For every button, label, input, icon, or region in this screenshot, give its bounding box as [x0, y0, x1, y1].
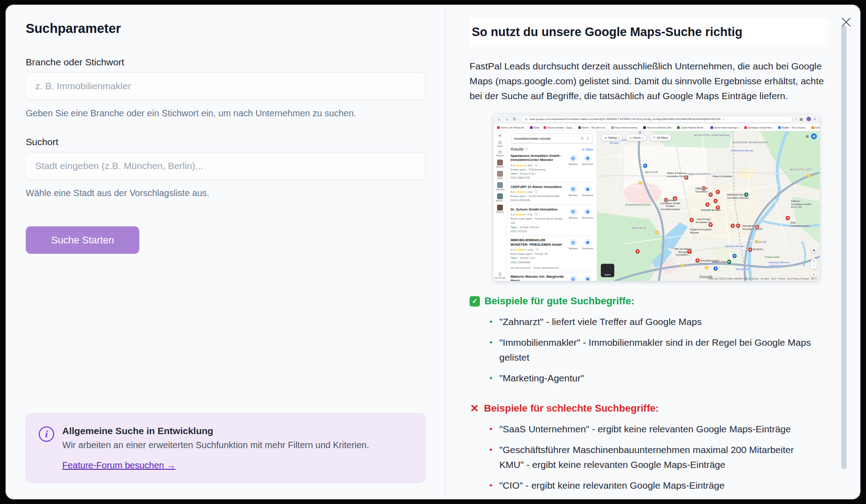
- map-canvas: MÜNSTER-UPPENBERG MÜNSTER-RUMPHORST KREU…: [597, 131, 820, 281]
- results-header: Resultsⓘ Share: [511, 147, 593, 151]
- directions-action: Directions: [582, 155, 593, 165]
- map-attribution: Map data ©2025 GeoBasis-DE/BKG (©2009), …: [709, 278, 817, 280]
- directions-icon: [585, 210, 590, 214]
- bad-examples-heading: ✕ Beispiele für schlechte Suchbegriffe:: [470, 403, 828, 414]
- globe-icon: [571, 187, 575, 191]
- map-pin: [709, 192, 713, 197]
- list-item: "Zahnarzt" - liefert viele Treffer auf G…: [489, 314, 819, 329]
- good-examples-heading: ✓ Beispiele für gute Suchbegriffe:: [470, 295, 828, 307]
- menu-icon: ≡: [499, 133, 502, 138]
- map-label: Zentralfriedhof Münster: [625, 203, 652, 206]
- search-icon: [580, 137, 584, 140]
- list-item: "Marketing-Agentur": [489, 371, 819, 385]
- account-avatar: M: [811, 133, 817, 139]
- keyword-help-text: Geben Sie eine Branche oder ein Stichwor…: [26, 108, 425, 119]
- map-pin: [748, 247, 752, 252]
- hours-filter-chip: ◷Hours: [626, 134, 647, 141]
- bookmark-item: Notion - The all-in-on...: [578, 126, 607, 129]
- close-button[interactable]: [839, 16, 853, 29]
- map-label: MÜNSTER-UPPENBERG: [694, 134, 730, 137]
- browser-toolbar: ← → ↻ www.google.com/maps/search/immobil…: [493, 114, 820, 124]
- map-label: Friedenspark: [765, 256, 783, 259]
- scrollbar-thumb[interactable]: [841, 25, 847, 469]
- maps-rail: ≡ Saved Recents Münster Mainz Indonesia …: [493, 131, 507, 281]
- map-label: Josef Krüger Immobilien eK: [695, 218, 713, 224]
- close-icon: [840, 16, 852, 28]
- search-dialog: Suchparameter Branche oder Stichwort Geb…: [5, 5, 861, 499]
- clock-icon: [498, 150, 502, 154]
- share-icon: [581, 148, 585, 151]
- map-label: Marktkauf Münster-Loddenheide: [769, 261, 792, 267]
- all-filters-chip: ☰All filters: [650, 134, 672, 141]
- map-pin: [696, 258, 700, 262]
- list-item: "SaaS Unternehmen" - ergibt keine releva…: [489, 422, 819, 436]
- result-card: Sparkassen Immobilien GmbH - ImmobilienC…: [511, 151, 593, 182]
- rail-place: Mainz: [497, 171, 503, 179]
- map-pin: [705, 202, 709, 206]
- website-action: Website: [569, 208, 578, 219]
- map-pin-blue: [643, 164, 647, 168]
- maps-results-sidebar: immobilienmakler münster Resultsⓘ Share: [507, 131, 597, 281]
- directions-icon: [585, 187, 590, 192]
- rail-place: Indonesia: [496, 182, 505, 191]
- maps-screenshot: ← → ↻ www.google.com/maps/search/immobil…: [493, 114, 820, 281]
- map-label: DAHLER Münster: [701, 209, 723, 212]
- info-icon: i: [39, 426, 54, 442]
- map-label: KREUZVIERTEL: [687, 173, 711, 176]
- location-input[interactable]: [26, 152, 425, 180]
- bookmark-star-icon: ☆: [723, 118, 725, 121]
- rail-place: Marburg: [496, 205, 504, 213]
- phone-icon: [498, 272, 502, 276]
- bookmark-item: Scheduling Software L...: [811, 126, 820, 129]
- directions-action: Directions: [582, 239, 593, 250]
- location-label: Suchort: [26, 137, 425, 147]
- bookmark-item: Leads Alaia & Moritz ...: [677, 126, 706, 129]
- map-label: Skaters Palace: [712, 261, 730, 264]
- clear-search-icon: [586, 137, 590, 140]
- start-search-button[interactable]: Suche Starten: [26, 226, 139, 254]
- directions-action: Directions: [582, 208, 593, 219]
- map-label: MAURITZ-OST: [790, 168, 812, 171]
- cross-icon: ✕: [470, 403, 479, 413]
- maps-search-query: immobilienmakler münster: [514, 137, 579, 140]
- globe-icon: [571, 277, 575, 281]
- map-label: AISA Immobilienmakler...: [790, 221, 813, 227]
- map-label: Bauhaus Münster: [725, 245, 748, 248]
- browser-nav-icons: ← → ↻: [497, 117, 518, 121]
- result-card: CENTURY 21 Römer Immobilien 5.0★★★★★(20)…: [511, 182, 593, 205]
- map-label: SENTRUP: [631, 227, 646, 230]
- check-icon: ✓: [470, 296, 480, 307]
- bad-examples-list: "SaaS Unternehmen" - ergibt keine releva…: [470, 422, 828, 493]
- directions-action: Directions: [582, 275, 593, 281]
- map-pin-blue: [732, 254, 737, 258]
- map-label: HAFEN: [756, 241, 767, 244]
- map-label: VMI Vermittlung Münster Immobilien...: [673, 247, 693, 257]
- zoom-control: ＋−: [811, 258, 817, 269]
- bookmark-icon: [498, 141, 502, 145]
- globe-icon: [571, 210, 575, 214]
- browser-profile-icon: [806, 117, 811, 121]
- map-pin: [786, 216, 790, 220]
- bookmark-item: Paddle - The complet...: [778, 126, 807, 129]
- browser-menu-icon: ≡: [814, 117, 816, 121]
- map-label: BUSCHL...: [753, 248, 771, 251]
- map-pin: [731, 224, 735, 228]
- get-the-app: Get the app: [495, 272, 506, 279]
- share-button: Share: [581, 148, 593, 151]
- result-card: Dr. Schorn GmbH Immobilien 4.9★★★★★(74)ⓘ…: [511, 205, 593, 236]
- browser-right-icons: ↓ ▦: [795, 117, 804, 121]
- map-label: DREIZLER Immobilien: [696, 187, 718, 193]
- website-action: Website: [569, 275, 578, 281]
- feature-forum-link[interactable]: Feature-Forum besuchen →: [62, 460, 175, 471]
- maps-ui: ≡ Saved Recents Münster Mainz Indonesia …: [493, 131, 820, 281]
- directions-icon: [585, 240, 590, 245]
- map-pin-blue: [714, 266, 718, 270]
- layers-button: Layers: [601, 264, 614, 277]
- rail-place: Münster: [496, 160, 503, 168]
- map-label: MyWellness Münster: [731, 149, 758, 152]
- map-pin: [714, 199, 718, 203]
- bookmark-item: Slack: [530, 126, 539, 129]
- panel-title: Suchparameter: [26, 21, 425, 36]
- map-label: KENSINGTON Immobilien Münster: [727, 193, 750, 199]
- keyword-input[interactable]: [26, 72, 425, 100]
